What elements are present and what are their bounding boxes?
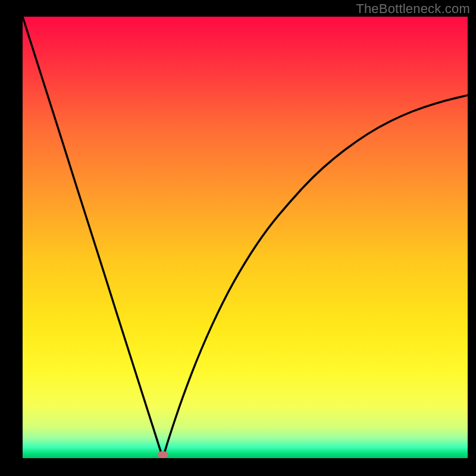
chart-svg — [23, 17, 468, 458]
watermark-text: TheBottleneck.com — [356, 1, 470, 17]
plot-area — [23, 17, 468, 458]
gradient-background — [23, 17, 468, 458]
chart-frame: TheBottleneck.com — [0, 0, 476, 476]
optimum-marker — [158, 451, 168, 458]
